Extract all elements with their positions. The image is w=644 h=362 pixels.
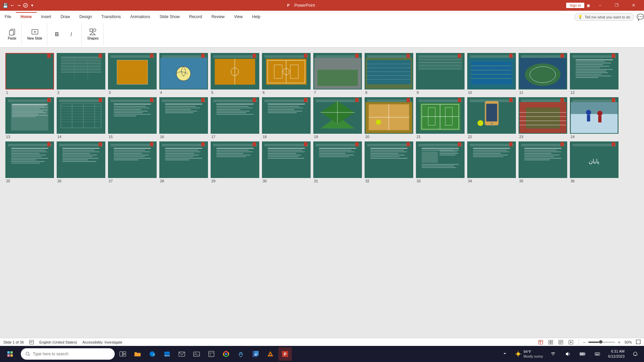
slide-item-18[interactable]: 18 xyxy=(262,97,311,139)
tab-insert[interactable]: Insert xyxy=(37,12,56,21)
slide-item-11[interactable]: 11 xyxy=(519,53,567,95)
tell-me-box[interactable]: 💡 Tell me what you want to do xyxy=(574,13,634,21)
restore-icon[interactable]: ▣ xyxy=(586,3,591,8)
system-clock[interactable]: 6:31 AM 6/12/2023 xyxy=(605,349,627,359)
weather-widget[interactable]: 94°F Mostly sunny xyxy=(513,347,545,361)
italic-button[interactable]: I xyxy=(65,24,79,44)
tab-animations[interactable]: Animations xyxy=(125,12,155,21)
slide-item-21[interactable]: 21 xyxy=(416,97,465,139)
chrome-button[interactable] xyxy=(219,347,233,361)
slide-item-4[interactable]: 4 xyxy=(159,53,208,95)
tab-home[interactable]: Home xyxy=(16,12,36,21)
sound-icon[interactable] xyxy=(561,347,575,361)
search-input[interactable] xyxy=(33,352,110,356)
slide-item-26[interactable]: 26 xyxy=(57,141,105,183)
slide-item-36[interactable]: پایان 36 xyxy=(570,141,619,183)
slide-item-31[interactable]: 31 xyxy=(313,141,362,183)
reading-view-button[interactable] xyxy=(557,339,565,346)
slide-item-5[interactable]: 5 xyxy=(211,53,259,95)
normal-view-button[interactable] xyxy=(537,339,544,346)
restore-button[interactable]: ❐ xyxy=(609,0,625,11)
zoom-level[interactable]: 50% xyxy=(625,340,632,344)
photos-button[interactable] xyxy=(190,347,203,361)
slide-item-19[interactable]: 19 xyxy=(313,97,362,139)
word-button[interactable]: W xyxy=(249,347,262,361)
slide-item-29[interactable]: 29 xyxy=(211,141,259,183)
tab-review[interactable]: Review xyxy=(207,12,229,21)
slide-item-10[interactable]: 10 xyxy=(467,53,516,95)
paste-button[interactable]: Paste xyxy=(5,24,19,44)
zoom-in-button[interactable]: + xyxy=(618,340,621,345)
accessibility-label[interactable]: Accessibility: Investigate xyxy=(83,340,122,344)
slideshow-view-button[interactable] xyxy=(567,339,575,346)
vlc-button[interactable] xyxy=(264,347,277,361)
slide-item-28[interactable]: 28 xyxy=(159,141,208,183)
store-button[interactable]: Store xyxy=(160,347,174,361)
slide-item-20[interactable]: 20 xyxy=(365,97,413,139)
edge-browser-button[interactable] xyxy=(146,347,159,361)
zoom-slider[interactable] xyxy=(588,342,615,343)
svg-point-43 xyxy=(176,67,191,81)
shapes-button[interactable]: Shapes xyxy=(85,24,101,44)
slide-item-32[interactable]: 32 xyxy=(365,141,413,183)
start-button[interactable] xyxy=(2,346,18,362)
slide-item-34[interactable]: 34 xyxy=(467,141,516,183)
slide-item-12[interactable]: 12 xyxy=(570,53,619,95)
undo-btn[interactable]: ↩ xyxy=(9,3,15,8)
fit-slide-button[interactable] xyxy=(636,340,641,345)
slide-item-16[interactable]: 16 xyxy=(159,97,208,139)
tab-help[interactable]: Help xyxy=(248,12,265,21)
bold-button[interactable]: B xyxy=(51,24,64,44)
taskview-button[interactable] xyxy=(116,347,129,361)
slide-item-22[interactable]: 22 xyxy=(467,97,516,139)
sign-in-button[interactable]: Sign in xyxy=(566,3,584,8)
comments-button[interactable]: 💬 xyxy=(637,13,644,21)
autosave-btn[interactable] xyxy=(23,3,28,8)
slide-item-1[interactable]: 1 xyxy=(5,53,54,95)
bing-maps-button[interactable] xyxy=(234,347,248,361)
notification-button[interactable] xyxy=(629,347,642,361)
slide-item-13[interactable]: 13 xyxy=(5,97,54,139)
powerpoint-button[interactable]: P xyxy=(278,347,292,361)
slide-item-2[interactable]: 2 xyxy=(57,53,105,95)
keyboard-icon[interactable] xyxy=(591,347,604,361)
slide-item-3[interactable]: 3 xyxy=(108,53,157,95)
svg-rect-229 xyxy=(62,155,97,156)
zoom-out-button[interactable]: − xyxy=(583,340,586,345)
slide-item-6[interactable]: 6 xyxy=(262,53,311,95)
slide-item-7[interactable]: 7 xyxy=(313,53,362,95)
close-button[interactable]: ✕ xyxy=(626,0,641,11)
tab-slideshow[interactable]: Slide Show xyxy=(155,12,184,21)
slide-item-35[interactable]: 35 xyxy=(519,141,567,183)
slide-item-24[interactable]: 24 xyxy=(570,97,619,139)
tab-transitions[interactable]: Transitions xyxy=(97,12,125,21)
slide-sorter-view-button[interactable] xyxy=(547,339,554,346)
file-explorer-button[interactable] xyxy=(131,347,144,361)
tab-view[interactable]: View xyxy=(229,12,248,21)
slide-item-8[interactable]: 8 xyxy=(365,53,413,95)
slide-item-33[interactable]: 33 xyxy=(416,141,465,183)
notes-button[interactable] xyxy=(29,340,34,345)
new-slide-button[interactable]: New Slide xyxy=(25,24,44,44)
slide-item-27[interactable]: 27 xyxy=(108,141,157,183)
slide-item-9[interactable]: 9 xyxy=(416,53,465,95)
minimize-button[interactable]: − xyxy=(592,0,608,11)
files-button[interactable] xyxy=(205,347,218,361)
slide-item-25[interactable]: 25 xyxy=(5,141,54,183)
slide-item-30[interactable]: 30 xyxy=(262,141,311,183)
battery-icon[interactable] xyxy=(576,347,589,361)
tab-design[interactable]: Design xyxy=(75,12,97,21)
show-hidden-icons-button[interactable] xyxy=(498,347,512,361)
redo-btn[interactable]: ↪ xyxy=(16,3,21,8)
slide-item-23[interactable]: 23 xyxy=(519,97,567,139)
tab-file[interactable]: File xyxy=(0,12,16,21)
search-box[interactable] xyxy=(21,348,115,360)
network-icon[interactable] xyxy=(546,347,560,361)
customize-btn[interactable]: ▼ xyxy=(30,3,35,8)
slide-item-17[interactable]: 17 xyxy=(211,97,259,139)
slide-item-15[interactable]: 15 xyxy=(108,97,157,139)
tab-draw[interactable]: Draw xyxy=(56,12,75,21)
slide-item-14[interactable]: 14 xyxy=(57,97,105,139)
mail-button[interactable] xyxy=(175,347,189,361)
tab-record[interactable]: Record xyxy=(184,12,207,21)
